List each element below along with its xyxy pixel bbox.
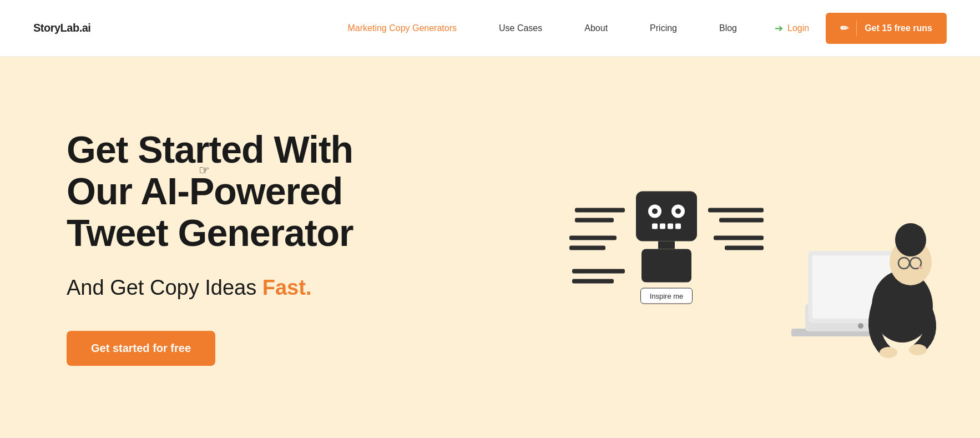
nav-link-pricing[interactable]: Pricing [629, 23, 698, 33]
robot-tooth-4 [675, 223, 681, 229]
cta-divider [856, 21, 857, 36]
svg-point-4 [858, 323, 863, 329]
nav-item-about[interactable]: About [563, 23, 629, 33]
svg-point-13 [880, 347, 897, 358]
login-label: Login [787, 23, 809, 33]
text-line-2 [575, 218, 614, 222]
robot-eye-left [648, 204, 661, 218]
inspire-me-button[interactable]: Inspire me [640, 288, 693, 304]
hero-illustration: Inspire me [569, 103, 947, 392]
hero-subtext-highlight: Fast. [262, 276, 312, 299]
nav-link-blog[interactable]: Blog [698, 23, 758, 33]
hero-section: Get Started With Our AI-Powered Tweet Ge… [0, 57, 980, 438]
pen-icon: ✏ [840, 22, 848, 34]
text-line-3 [569, 235, 617, 240]
person-svg [775, 195, 947, 384]
robot-body [641, 249, 691, 282]
svg-point-12 [918, 266, 923, 269]
robot-head [636, 191, 697, 241]
login-link[interactable]: ➔ Login [758, 22, 826, 34]
nav-item-marketing[interactable]: Marketing Copy Generators [326, 23, 478, 33]
get-started-button[interactable]: Get started for free [67, 331, 215, 366]
nav-links: Marketing Copy Generators Use Cases Abou… [326, 23, 758, 33]
robot-illustration: Inspire me [636, 191, 697, 304]
robot-eyes [636, 191, 697, 218]
svg-point-8 [908, 225, 924, 241]
site-logo[interactable]: StoryLab.ai [33, 22, 90, 34]
nav-link-about[interactable]: About [563, 23, 629, 33]
hero-subtext: And Get Copy Ideas Fast. [67, 276, 388, 300]
hero-text: Get Started With Our AI-Powered Tweet Ge… [67, 129, 388, 365]
text-line-4 [569, 245, 605, 250]
text-line-7 [714, 235, 764, 240]
nav-link-use-cases[interactable]: Use Cases [478, 23, 563, 33]
cta-label: Get 15 free runs [865, 23, 932, 33]
robot-neck [658, 241, 675, 249]
nav-item-pricing[interactable]: Pricing [629, 23, 698, 33]
hero-subtext-plain: And Get Copy Ideas [67, 276, 262, 299]
text-line-5 [708, 208, 764, 212]
robot-tooth-2 [660, 223, 665, 229]
text-line-6 [719, 218, 764, 222]
text-line-9 [572, 269, 625, 273]
robot-tooth-1 [652, 223, 658, 229]
get-free-runs-button[interactable]: ✏ Get 15 free runs [826, 13, 947, 44]
nav-item-use-cases[interactable]: Use Cases [478, 23, 563, 33]
robot-eye-right [671, 204, 685, 218]
nav-link-marketing[interactable]: Marketing Copy Generators [326, 23, 478, 33]
robot-tooth-3 [668, 223, 673, 229]
svg-point-14 [909, 344, 927, 355]
hero-heading: Get Started With Our AI-Powered Tweet Ge… [67, 129, 388, 253]
text-line-1 [575, 208, 625, 212]
robot-mouth [636, 223, 697, 229]
text-line-8 [725, 245, 764, 250]
login-icon: ➔ [775, 22, 783, 34]
nav-item-blog[interactable]: Blog [698, 23, 758, 33]
navbar: StoryLab.ai Marketing Copy Generators Us… [0, 0, 980, 57]
text-line-10 [572, 279, 614, 283]
person-illustration [775, 195, 947, 386]
